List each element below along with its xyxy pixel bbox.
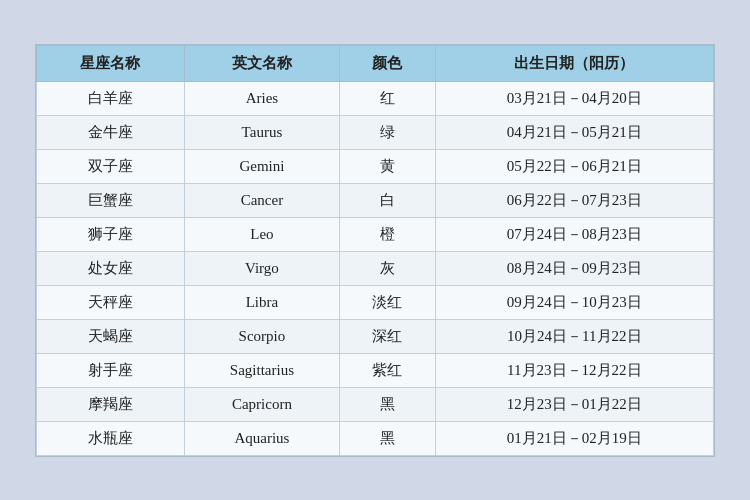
header-english-name: 英文名称 — [184, 45, 339, 81]
table-row: 射手座Sagittarius紫红11月23日－12月22日 — [37, 353, 714, 387]
table-row: 金牛座Taurus绿04月21日－05月21日 — [37, 115, 714, 149]
cell-dates: 04月21日－05月21日 — [435, 115, 713, 149]
table-row: 白羊座Aries红03月21日－04月20日 — [37, 81, 714, 115]
cell-color: 紫红 — [339, 353, 435, 387]
cell-chinese-name: 摩羯座 — [37, 387, 185, 421]
cell-color: 橙 — [339, 217, 435, 251]
header-dates: 出生日期（阳历） — [435, 45, 713, 81]
cell-chinese-name: 巨蟹座 — [37, 183, 185, 217]
cell-chinese-name: 狮子座 — [37, 217, 185, 251]
cell-chinese-name: 双子座 — [37, 149, 185, 183]
cell-color: 黄 — [339, 149, 435, 183]
cell-english-name: Scorpio — [184, 319, 339, 353]
cell-chinese-name: 金牛座 — [37, 115, 185, 149]
cell-english-name: Virgo — [184, 251, 339, 285]
cell-chinese-name: 射手座 — [37, 353, 185, 387]
cell-color: 淡红 — [339, 285, 435, 319]
table-row: 水瓶座Aquarius黑01月21日－02月19日 — [37, 421, 714, 455]
header-chinese-name: 星座名称 — [37, 45, 185, 81]
cell-chinese-name: 处女座 — [37, 251, 185, 285]
table-row: 狮子座Leo橙07月24日－08月23日 — [37, 217, 714, 251]
table-row: 天秤座Libra淡红09月24日－10月23日 — [37, 285, 714, 319]
cell-english-name: Capricorn — [184, 387, 339, 421]
cell-english-name: Cancer — [184, 183, 339, 217]
cell-color: 红 — [339, 81, 435, 115]
cell-dates: 08月24日－09月23日 — [435, 251, 713, 285]
header-color: 颜色 — [339, 45, 435, 81]
cell-chinese-name: 天蝎座 — [37, 319, 185, 353]
cell-dates: 01月21日－02月19日 — [435, 421, 713, 455]
table-header-row: 星座名称 英文名称 颜色 出生日期（阳历） — [37, 45, 714, 81]
cell-english-name: Gemini — [184, 149, 339, 183]
table-row: 双子座Gemini黄05月22日－06月21日 — [37, 149, 714, 183]
zodiac-table-container: 星座名称 英文名称 颜色 出生日期（阳历） 白羊座Aries红03月21日－04… — [35, 44, 715, 457]
cell-english-name: Libra — [184, 285, 339, 319]
cell-english-name: Taurus — [184, 115, 339, 149]
cell-english-name: Aries — [184, 81, 339, 115]
cell-dates: 05月22日－06月21日 — [435, 149, 713, 183]
cell-chinese-name: 白羊座 — [37, 81, 185, 115]
cell-dates: 09月24日－10月23日 — [435, 285, 713, 319]
table-row: 处女座Virgo灰08月24日－09月23日 — [37, 251, 714, 285]
cell-color: 深红 — [339, 319, 435, 353]
table-row: 巨蟹座Cancer白06月22日－07月23日 — [37, 183, 714, 217]
cell-color: 绿 — [339, 115, 435, 149]
cell-english-name: Aquarius — [184, 421, 339, 455]
cell-color: 黑 — [339, 421, 435, 455]
cell-dates: 10月24日－11月22日 — [435, 319, 713, 353]
cell-english-name: Leo — [184, 217, 339, 251]
cell-dates: 06月22日－07月23日 — [435, 183, 713, 217]
cell-chinese-name: 天秤座 — [37, 285, 185, 319]
table-row: 天蝎座Scorpio深红10月24日－11月22日 — [37, 319, 714, 353]
cell-dates: 03月21日－04月20日 — [435, 81, 713, 115]
cell-dates: 07月24日－08月23日 — [435, 217, 713, 251]
cell-chinese-name: 水瓶座 — [37, 421, 185, 455]
table-body: 白羊座Aries红03月21日－04月20日金牛座Taurus绿04月21日－0… — [37, 81, 714, 455]
cell-dates: 11月23日－12月22日 — [435, 353, 713, 387]
cell-english-name: Sagittarius — [184, 353, 339, 387]
cell-color: 白 — [339, 183, 435, 217]
cell-color: 灰 — [339, 251, 435, 285]
zodiac-table: 星座名称 英文名称 颜色 出生日期（阳历） 白羊座Aries红03月21日－04… — [36, 45, 714, 456]
cell-dates: 12月23日－01月22日 — [435, 387, 713, 421]
table-row: 摩羯座Capricorn黑12月23日－01月22日 — [37, 387, 714, 421]
cell-color: 黑 — [339, 387, 435, 421]
